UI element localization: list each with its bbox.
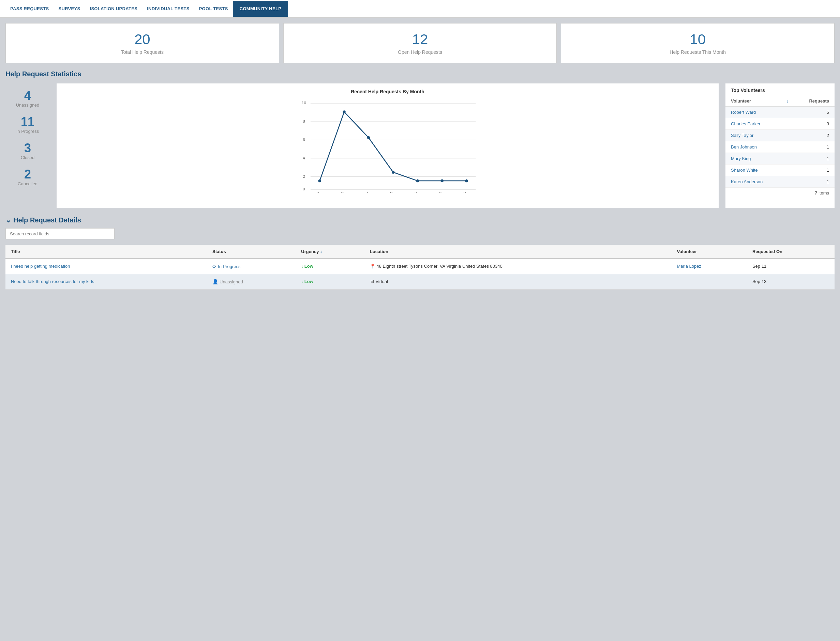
volunteer-name: Robert Ward [725,106,781,118]
cancelled-label: Cancelled [5,181,50,186]
volunteer-col-header-details: Volunteer [671,245,747,259]
in-progress-stat: 11 In Progress [5,113,50,137]
volunteer-link[interactable]: Karen Anderson [731,179,762,184]
row1-title-link[interactable]: I need help getting medication [11,264,70,269]
svg-text:June 2020: June 2020 [403,191,418,193]
total-help-requests-number: 20 [14,32,271,47]
open-help-requests-label: Open Help Requests [292,49,549,55]
user-icon: 👤 [212,279,218,284]
in-progress-label: In Progress [5,129,50,134]
nav-community-help[interactable]: COMMUNITY HELP [233,1,288,17]
monthly-help-requests-label: Help Requests This Month [569,49,826,55]
main-content: Help Request Statistics 4 Unassigned 11 … [0,63,840,296]
svg-point-16 [416,179,419,182]
volunteers-table-row: Robert Ward 5 [725,106,835,118]
svg-text:8: 8 [303,119,305,124]
total-help-requests-card: 20 Total Help Requests [5,23,279,63]
volunteer-requests: 3 [794,118,835,130]
svg-point-13 [342,110,346,113]
volunteer-link[interactable]: Robert Ward [731,110,756,115]
volunteer-link[interactable]: Ben Johnson [731,144,757,150]
volunteers-title: Top Volunteers [725,84,835,96]
row1-location: 📍 48 Eighth street Tysons Corner, VA Vir… [364,259,672,274]
chart-title: Recent Help Requests By Month [63,89,712,94]
volunteer-link[interactable]: Sally Taylor [731,133,753,138]
volunteer-link[interactable]: Sharon White [731,167,758,173]
details-table-header: Title Status Urgency ↓ Location Voluntee… [5,245,835,259]
svg-point-14 [367,136,370,139]
summary-cards: 20 Total Help Requests 12 Open Help Requ… [5,23,835,63]
nav-pass-requests[interactable]: PASS REQUESTS [5,1,53,17]
requested-on-col-header: Requested On [747,245,835,259]
spinner-icon: ⟳ [212,264,216,269]
volunteer-requests: 1 [794,176,835,188]
row1-requested-on: Sep 11 [747,259,835,274]
volunteer-link[interactable]: Charles Parker [731,121,761,126]
svg-text:March 2020: March 2020 [328,191,345,193]
volunteer-name: Sally Taylor [725,130,781,141]
row2-location: 🖥 Virtual [364,274,672,290]
chart-container: Recent Help Requests By Month 10 8 6 4 2… [57,84,719,208]
volunteer-link[interactable]: Mary King [731,156,751,161]
sort-arrow-col[interactable]: ↓ [781,96,794,106]
search-input[interactable] [5,228,115,240]
unassigned-stat: 4 Unassigned [5,87,50,110]
nav-individual-tests[interactable]: INDIVIDUAL TESTS [142,1,194,17]
row2-volunteer: - [671,274,747,290]
volunteers-table-row: Sharon White 1 [725,164,835,176]
volunteers-table-row: Ben Johnson 1 [725,141,835,153]
svg-text:6: 6 [303,137,305,142]
urgency-col-header: Urgency ↓ [296,245,364,259]
svg-text:0: 0 [303,187,305,192]
volunteer-col-header: Volunteer [725,96,781,106]
volunteer-requests: 2 [794,130,835,141]
monthly-help-requests-card: 10 Help Requests This Month [561,23,835,63]
title-col-header: Title [5,245,207,259]
status-col-header: Status [207,245,296,259]
volunteer-name: Ben Johnson [725,141,781,153]
row1-volunteer: Maria Lopez [671,259,747,274]
in-progress-number: 11 [5,116,50,128]
stats-left: 4 Unassigned 11 In Progress 3 Closed 2 C… [5,84,50,208]
table-row: Need to talk through resources for my ki… [5,274,835,290]
svg-text:2: 2 [303,174,305,179]
volunteers-table-row: Mary King 1 [725,153,835,164]
row1-volunteer-link[interactable]: Maria Lopez [677,264,701,269]
volunteers-table: Volunteer ↓ Requests Robert Ward 5 Charl… [725,96,835,188]
cancelled-number: 2 [5,168,50,180]
monthly-help-requests-number: 10 [569,32,826,47]
statistics-section: Help Request Statistics 4 Unassigned 11 … [5,70,835,208]
location-col-header: Location [364,245,672,259]
volunteer-requests: 1 [794,164,835,176]
volunteer-name: Charles Parker [725,118,781,130]
nav-isolation-updates[interactable]: ISOLATION UPDATES [85,1,142,17]
nav-pool-tests[interactable]: POOL TESTS [194,1,233,17]
svg-point-12 [318,179,321,182]
row2-status-badge: 👤 Unassigned [212,279,290,284]
requests-col-header: Requests [794,96,835,106]
svg-point-18 [465,179,468,182]
chevron-down-icon: ⌄ [5,216,11,224]
open-help-requests-number: 12 [292,32,549,47]
volunteer-requests: 5 [794,106,835,118]
volunteer-requests: 1 [794,153,835,164]
row2-urgency-badge: ↓ Low [301,279,359,284]
volunteers-items-count: 7 items [725,188,835,198]
details-title: ⌄ Help Request Details [5,216,835,224]
arrow-down-icon: ↓ [301,279,304,284]
row2-requested-on: Sep 13 [747,274,835,290]
urgency-sort-icon[interactable]: ↓ [320,249,323,254]
row1-urgency-badge: ↓ Low [301,264,359,269]
unassigned-number: 4 [5,90,50,102]
statistics-title: Help Request Statistics [5,70,835,78]
table-row: I need help getting medication ⟳ In Prog… [5,259,835,274]
nav-surveys[interactable]: SURVEYS [53,1,85,17]
row2-title-link[interactable]: Need to talk through resources for my ki… [11,279,94,284]
volunteers-table-header: Volunteer ↓ Requests [725,96,835,106]
closed-label: Closed [5,155,50,160]
volunteers-table-row: Karen Anderson 1 [725,176,835,188]
row2-status: 👤 Unassigned [207,274,296,290]
cancelled-stat: 2 Cancelled [5,166,50,189]
sort-arrow-icon[interactable]: ↓ [787,98,789,103]
row1-status-badge: ⟳ In Progress [212,264,290,269]
